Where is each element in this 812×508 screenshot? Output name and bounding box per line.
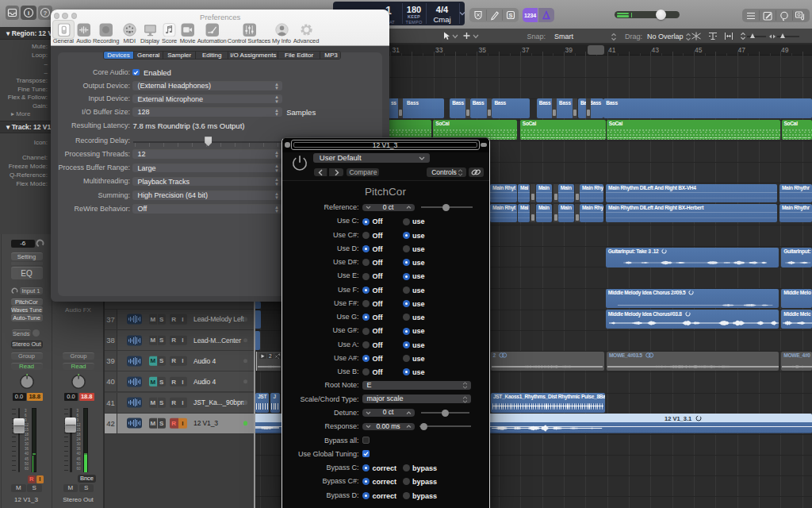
svg-text:i: i — [28, 10, 29, 17]
svg-text:?: ? — [44, 10, 48, 17]
svg-text:S: S — [508, 12, 512, 19]
